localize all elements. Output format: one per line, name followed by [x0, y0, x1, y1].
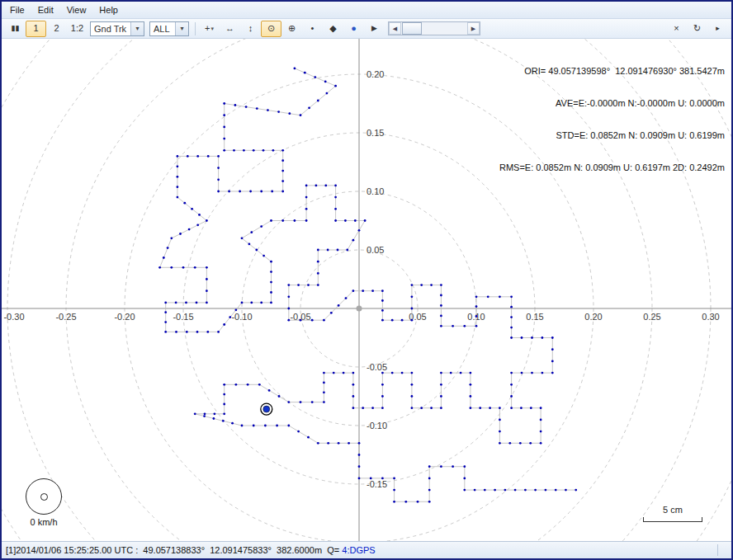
svg-text:0.20: 0.20: [584, 312, 602, 322]
status-bar-grip: [717, 544, 731, 556]
svg-text:0.20: 0.20: [366, 69, 384, 79]
svg-text:-0.05: -0.05: [366, 362, 387, 372]
plot-type-select[interactable]: Gnd Trk ▾: [90, 21, 144, 36]
circled-plus-icon: ⊕: [288, 24, 296, 33]
rtkplot-window: File Edit View Help ▮▮ 1 2 1:2 Gnd Trk ▾…: [0, 0, 733, 560]
chevron-down-icon: ▾: [210, 26, 214, 31]
fix-center-button[interactable]: ⊙: [261, 21, 281, 37]
svg-text:0.30: 0.30: [702, 312, 719, 322]
dot-icon: •: [311, 24, 314, 33]
toolbar-separator: [195, 22, 196, 35]
pause-icon: ▮▮: [12, 25, 20, 32]
arrow-right-icon: ▸: [716, 25, 720, 32]
svg-text:-0.10: -0.10: [366, 421, 387, 431]
pause-button[interactable]: ▮▮: [5, 21, 26, 37]
scrollbar-thumb[interactable]: [402, 22, 422, 35]
svg-text:-0.10: -0.10: [231, 312, 252, 322]
menu-bar: File Edit View Help: [2, 2, 731, 19]
arrows-horizontal-icon: ↔: [225, 24, 234, 33]
crosshair-icon: +: [205, 24, 210, 33]
svg-text:-0.20: -0.20: [114, 312, 135, 322]
svg-text:-0.15: -0.15: [366, 479, 387, 489]
status-time-position: [1]2014/01/06 15:25:25.00 UTC : 49.05713…: [6, 545, 339, 555]
time-scrollbar[interactable]: ◀ ▶: [388, 21, 480, 35]
show-points-button[interactable]: •: [302, 21, 323, 37]
play-icon: ▶: [371, 25, 377, 32]
solution-filter-select[interactable]: ALL ▾: [149, 21, 189, 36]
svg-text:0.10: 0.10: [366, 186, 384, 196]
svg-text:0.15: 0.15: [366, 128, 384, 138]
animate-button[interactable]: ▶: [364, 21, 385, 37]
chevron-down-icon: ▾: [130, 22, 144, 35]
plot1-button[interactable]: 1: [26, 21, 46, 37]
fit-horizontal-button[interactable]: ↔: [220, 21, 240, 37]
stat-rms: RMS=E: 0.0852m N: 0.0909m U: 0.6197m 2D:…: [499, 162, 725, 173]
svg-text:0.25: 0.25: [643, 312, 660, 322]
scale-bar-label: 5 cm: [643, 505, 702, 515]
circled-dot-icon: ⊙: [267, 24, 275, 33]
center-origin-button[interactable]: ⊕: [281, 21, 302, 37]
chevron-down-icon: ▾: [175, 22, 188, 35]
status-bar: [1]2014/01/06 15:25:25.00 UTC : 49.05713…: [2, 541, 731, 558]
scroll-left-icon[interactable]: ◀: [389, 22, 401, 35]
scale-bar: 5 cm: [643, 505, 702, 522]
fit-vertical-button[interactable]: ↕: [240, 21, 261, 37]
refresh-icon: ↻: [693, 24, 701, 33]
svg-text:0.05: 0.05: [366, 245, 384, 255]
globe-icon: ●: [351, 24, 357, 33]
stat-origin: ORI= 49.057139598° 12.091476930° 381.542…: [499, 66, 725, 77]
diamond-icon: ◆: [329, 24, 336, 33]
solution-filter-value: ALL: [154, 24, 170, 34]
reload-button[interactable]: ↻: [687, 21, 707, 37]
plot12-button[interactable]: 1:2: [67, 21, 87, 37]
stat-stddev: STD=E: 0.0852m N: 0.0909m U: 0.6199m: [499, 130, 725, 141]
menu-help[interactable]: Help: [92, 2, 125, 17]
svg-text:-0.25: -0.25: [55, 312, 76, 322]
scrollbar-track[interactable]: [401, 22, 467, 35]
waypoint-button[interactable]: ◆: [323, 21, 343, 37]
close-icon: ×: [674, 24, 679, 33]
svg-text:-0.15: -0.15: [173, 312, 193, 322]
clear-button[interactable]: ×: [666, 21, 687, 37]
arrows-vertical-icon: ↕: [248, 24, 253, 33]
speed-dial-label: 0 km/h: [25, 517, 63, 527]
stat-average: AVE=E:-0.0000m N:-0.0000m U: 0.0000m: [499, 98, 725, 109]
fit-menu-button[interactable]: + ▾: [199, 21, 220, 37]
scroll-right-icon[interactable]: ▶: [467, 22, 480, 35]
toolbar: ▮▮ 1 2 1:2 Gnd Trk ▾ ALL ▾ + ▾ ↔ ↕ ⊙ ⊕ •…: [2, 19, 731, 39]
speed-dial: 0 km/h: [25, 478, 63, 527]
map-view-button[interactable]: ●: [343, 21, 364, 37]
menu-file[interactable]: File: [3, 2, 31, 17]
speed-dial-gauge-icon: [26, 478, 62, 515]
plot-type-value: Gnd Trk: [94, 24, 126, 34]
status-quality: 4:DGPS: [339, 545, 375, 555]
menu-view[interactable]: View: [60, 2, 93, 17]
plot-area: -0.30-0.25-0.20-0.15-0.10-0.050.050.100.…: [2, 39, 731, 541]
options-button[interactable]: ▸: [707, 21, 728, 37]
plot2-button[interactable]: 2: [46, 21, 67, 37]
svg-text:0.15: 0.15: [526, 312, 543, 322]
menu-edit[interactable]: Edit: [31, 2, 60, 17]
scale-bar-rule: [643, 517, 702, 522]
stats-overlay: ORI= 49.057139598° 12.091476930° 381.542…: [499, 45, 725, 195]
svg-text:-0.30: -0.30: [3, 312, 24, 322]
